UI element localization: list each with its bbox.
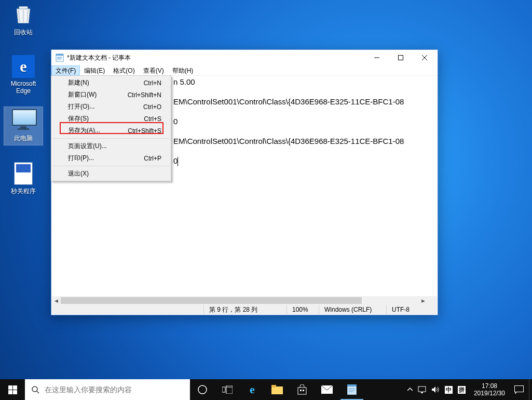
menu-edit[interactable]: 编辑(E) (80, 65, 109, 75)
taskbar-spacer (364, 379, 403, 400)
close-button[interactable] (413, 50, 436, 65)
status-spacer (52, 305, 203, 314)
clock-date: 2019/12/30 (474, 390, 505, 397)
svg-rect-23 (347, 384, 357, 386)
status-zoom: 100% (287, 305, 319, 314)
menu-help[interactable]: 帮助(H) (168, 65, 198, 75)
scroll-corner (428, 296, 437, 305)
edge-icon: e (12, 55, 35, 78)
text-caret (178, 157, 178, 166)
text-line: 0 (173, 156, 178, 165)
svg-rect-16 (271, 386, 283, 394)
text-line: n 5.00 (173, 77, 195, 86)
menu-separator (53, 138, 169, 139)
menu-item-save[interactable]: 保存(S)Ctrl+S (52, 113, 170, 125)
desktop-icon-label: 此电脑 (14, 135, 33, 142)
desktop-icon-label: Microsoft Edge (11, 80, 36, 95)
taskbar-notepad[interactable] (339, 379, 364, 400)
svg-rect-13 (222, 387, 225, 392)
svg-rect-20 (303, 390, 304, 391)
scroll-thumb[interactable] (61, 297, 362, 304)
menubar: 文件(F) 编辑(E) 格式(O) 查看(V) 帮助(H) (51, 65, 438, 76)
desktop-icon-label: 秒关程序 (11, 188, 36, 195)
taskbar: e 中 拼 17:08 2019/12/30 (0, 379, 532, 400)
svg-rect-0 (19, 6, 28, 9)
search-icon (31, 385, 39, 394)
svg-point-12 (198, 385, 207, 394)
scroll-right-button[interactable]: ▶ (419, 296, 428, 305)
text-line: EM\ControlSet001\Control\Class\{4D36E968… (173, 97, 404, 106)
desktop-icon-shutdown-app[interactable]: 秒关程序 (4, 162, 43, 196)
svg-rect-7 (399, 56, 403, 60)
svg-rect-27 (418, 386, 426, 392)
tray-chevron-up-icon[interactable] (407, 387, 413, 392)
desktop-icon-this-pc[interactable]: 此电脑 (4, 107, 43, 145)
desktop-icon-label: 回收站 (14, 29, 33, 36)
taskbar-show-desktop[interactable] (529, 379, 532, 400)
menu-item-open[interactable]: 打开(O)...Ctrl+O (52, 101, 170, 113)
taskbar-clock[interactable]: 17:08 2019/12/30 (470, 379, 509, 400)
menu-file[interactable]: 文件(F) (51, 65, 80, 75)
svg-rect-29 (515, 386, 524, 392)
status-line-ending: Windows (CRLF) (319, 305, 386, 314)
svg-rect-14 (226, 385, 233, 394)
taskbar-cortana[interactable] (190, 379, 215, 400)
svg-rect-17 (271, 385, 276, 388)
svg-rect-19 (300, 390, 302, 391)
scroll-left-button[interactable]: ◀ (52, 296, 61, 305)
taskbar-mail[interactable] (315, 379, 339, 400)
menu-format[interactable]: 格式(O) (109, 65, 139, 75)
status-position: 第 9 行，第 28 列 (203, 305, 287, 314)
windows-logo-icon (8, 385, 17, 394)
text-line: EM\ControlSet001\Control\Class\{4D36E968… (173, 137, 404, 145)
shutdown-app-icon (12, 162, 35, 185)
menu-item-new-window[interactable]: 新窗口(W)Ctrl+Shift+N (52, 89, 170, 101)
desktop-icon-recycle-bin[interactable]: 回收站 (4, 3, 43, 37)
tray-volume-icon[interactable] (431, 386, 440, 393)
status-bar: 第 9 行，第 28 列 100% Windows (CRLF) UTF-8 (52, 305, 437, 314)
menu-view[interactable]: 查看(V) (139, 65, 168, 75)
svg-rect-18 (298, 388, 306, 394)
taskbar-action-center[interactable] (509, 379, 529, 400)
horizontal-scrollbar[interactable]: ◀ ▶ (52, 296, 428, 305)
taskbar-file-explorer[interactable] (265, 379, 290, 400)
tray-network-icon[interactable] (418, 386, 426, 393)
status-encoding: UTF-8 (386, 305, 437, 314)
start-button[interactable] (0, 379, 25, 400)
menu-item-print[interactable]: 打印(P)...Ctrl+P (52, 152, 170, 164)
menu-item-page-setup[interactable]: 页面设置(U)... (52, 140, 170, 152)
desktop-icon-edge[interactable]: e Microsoft Edge (4, 55, 43, 95)
scroll-track[interactable] (61, 296, 419, 305)
window-title: *新建文本文档 - 记事本 (67, 54, 365, 62)
taskbar-store[interactable] (290, 379, 315, 400)
clock-time: 17:08 (474, 382, 505, 390)
tray-ime-mode[interactable]: 拼 (458, 386, 466, 394)
menu-item-save-as[interactable]: 另存为(A)...Ctrl+Shift+S (52, 125, 170, 137)
minimize-button[interactable] (365, 50, 389, 65)
taskbar-task-view[interactable] (215, 379, 240, 400)
desktop: 回收站 e Microsoft Edge 此电脑 秒关程序 *新建文本文档 - … (0, 0, 532, 400)
menu-item-exit[interactable]: 退出(X) (52, 168, 170, 180)
tray-ime-lang[interactable]: 中 (445, 386, 453, 394)
svg-point-10 (32, 386, 37, 392)
this-pc-icon (12, 109, 35, 132)
file-menu-dropdown: 新建(N)Ctrl+N 新窗口(W)Ctrl+Shift+N 打开(O)...C… (51, 75, 171, 181)
maximize-button[interactable] (389, 50, 413, 65)
search-input[interactable] (45, 385, 184, 394)
svg-line-11 (37, 391, 39, 393)
recycle-bin-icon (12, 3, 35, 26)
menu-item-new[interactable]: 新建(N)Ctrl+N (52, 77, 170, 89)
menu-separator (53, 166, 169, 166)
titlebar[interactable]: *新建文本文档 - 记事本 (51, 50, 438, 65)
taskbar-search[interactable] (25, 379, 190, 400)
notepad-icon (56, 54, 64, 62)
text-line: 0 (173, 117, 178, 126)
svg-rect-2 (56, 54, 63, 56)
system-tray[interactable]: 中 拼 (403, 379, 470, 400)
taskbar-edge[interactable]: e (240, 379, 265, 400)
